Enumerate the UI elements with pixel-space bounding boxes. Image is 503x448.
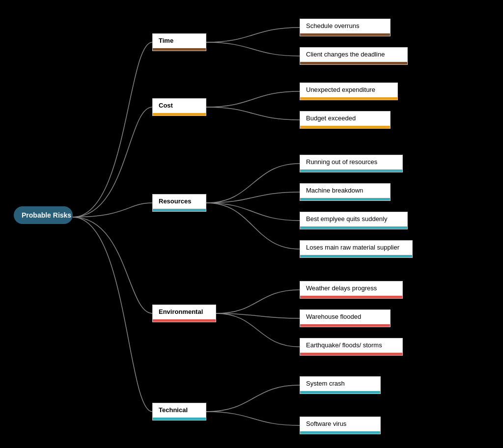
category-node-cost: Cost xyxy=(152,98,206,116)
leaf-color-bar xyxy=(300,97,397,100)
leaf-node: Client changes the deadline xyxy=(300,47,408,65)
leaf-color-bar xyxy=(300,33,390,36)
category-color-bar xyxy=(153,209,206,211)
leaf-color-bar xyxy=(300,391,380,393)
leaf-node: Software virus xyxy=(300,417,381,434)
category-label: Time xyxy=(159,37,173,44)
leaf-label: Loses main raw material supplier xyxy=(306,244,399,251)
root-label: Probable Risks xyxy=(22,211,71,219)
leaf-node: Best emplyee quits suddenly xyxy=(300,212,408,229)
category-label: Environmental xyxy=(159,308,203,315)
category-color-bar xyxy=(153,48,206,51)
leaf-color-bar xyxy=(300,198,390,200)
leaf-color-bar xyxy=(300,431,380,434)
leaf-node: System crash xyxy=(300,376,381,394)
leaf-color-bar xyxy=(300,169,402,172)
leaf-node: Machine breakdown xyxy=(300,183,391,201)
leaf-color-bar xyxy=(300,226,407,229)
leaf-node: Budget exceeded xyxy=(300,111,391,129)
leaf-label: Schedule overruns xyxy=(306,22,359,29)
leaf-color-bar xyxy=(300,324,390,327)
leaf-color-bar xyxy=(300,353,402,355)
category-color-bar xyxy=(153,113,206,115)
category-color-bar xyxy=(153,319,216,322)
leaf-label: Budget exceeded xyxy=(306,114,356,122)
leaf-node: Unexpected expenditure xyxy=(300,83,398,100)
leaf-label: Machine breakdown xyxy=(306,187,363,194)
leaf-node: Loses main raw material supplier xyxy=(300,240,413,258)
leaf-node: Warehouse flooded xyxy=(300,309,391,327)
leaf-label: Unexpected expenditure xyxy=(306,86,375,93)
category-label: Technical xyxy=(159,406,188,414)
leaf-label: Earthquake/ floods/ storms xyxy=(306,341,382,349)
leaf-color-bar xyxy=(300,62,407,64)
category-node-environmental: Environmental xyxy=(152,305,216,322)
category-color-bar xyxy=(153,418,206,420)
leaf-node: Schedule overruns xyxy=(300,19,391,36)
leaf-label: Weather delays progress xyxy=(306,284,377,292)
leaf-label: Best emplyee quits suddenly xyxy=(306,215,387,223)
category-label: Resources xyxy=(159,197,191,205)
leaf-color-bar xyxy=(300,296,402,298)
leaf-label: System crash xyxy=(306,380,345,387)
leaf-color-bar xyxy=(300,126,390,128)
leaf-node: Weather delays progress xyxy=(300,281,403,299)
category-node-resources: Resources xyxy=(152,194,206,212)
leaf-node: Earthquake/ floods/ storms xyxy=(300,338,403,356)
connections-svg xyxy=(0,0,503,448)
leaf-node: Running out of resources xyxy=(300,155,403,172)
category-node-time: Time xyxy=(152,33,206,51)
leaf-label: Client changes the deadline xyxy=(306,51,385,58)
category-node-technical: Technical xyxy=(152,403,206,420)
leaf-label: Running out of resources xyxy=(306,158,377,166)
leaf-color-bar xyxy=(300,255,412,257)
category-label: Cost xyxy=(159,102,173,109)
leaf-label: Software virus xyxy=(306,420,346,427)
leaf-label: Warehouse flooded xyxy=(306,313,361,320)
root-node: Probable Risks xyxy=(14,206,73,224)
